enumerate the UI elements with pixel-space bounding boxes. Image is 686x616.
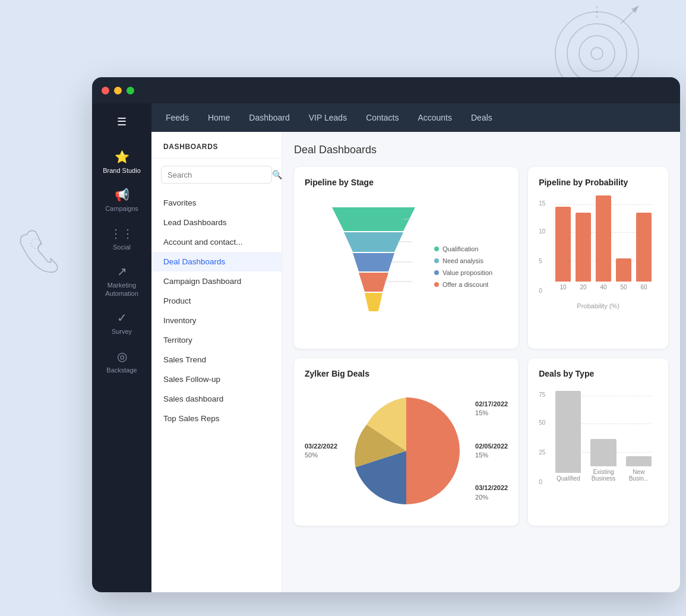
legend-dot-offer-discount — [434, 282, 439, 287]
search-box[interactable]: 🔍 — [161, 166, 272, 184]
app-layout: ☰ ⭐ Brand Studio 📢 Campaigns ⋮⋮ Social ↗… — [92, 103, 680, 592]
legend-value-proposition: Value proposition — [434, 269, 492, 276]
probability-axis-label: Probability (%) — [539, 302, 657, 309]
menu-account-contact[interactable]: Account and contact... — [151, 232, 282, 252]
nav-dashboard[interactable]: Dashboard — [249, 110, 290, 125]
menu-inventory[interactable]: Inventory — [151, 311, 282, 330]
panel-header: DASHBOARDS — [151, 132, 282, 159]
pie-label-02-17: 02/17/2022 15% — [475, 400, 508, 418]
nav-deals[interactable]: Deals — [471, 110, 492, 125]
bar-col-60: 60 — [636, 213, 652, 290]
gray-bar-col-existing: ExistingBusiness — [590, 439, 616, 482]
pie-labels-left: 03/22/2022 50% — [305, 442, 337, 460]
phone-decoration — [18, 226, 65, 273]
sidebar-item-brand-studio[interactable]: ⭐ Brand Studio — [97, 145, 147, 181]
sidebar-item-campaigns[interactable]: 📢 Campaigns — [97, 183, 147, 219]
menu-sales-followup[interactable]: Sales Follow-up — [151, 369, 282, 389]
bar-col-40: 40 — [596, 195, 611, 290]
sidebar-label-campaigns: Campaigns — [105, 204, 138, 213]
pie-pct-03-12: 20% — [475, 493, 508, 502]
search-icon: 🔍 — [272, 170, 282, 179]
pie-svg — [347, 391, 466, 510]
pie-container: 03/22/2022 50% — [305, 387, 508, 515]
bar-60 — [636, 213, 652, 282]
left-panel: DASHBOARDS 🔍 Favorites Lead Dashboards A… — [151, 132, 282, 592]
search-input[interactable] — [167, 170, 267, 179]
y-label-25: 25 — [539, 449, 545, 456]
brand-studio-icon: ⭐ — [115, 151, 129, 163]
y-label-15: 15 — [539, 200, 545, 207]
content-area: DASHBOARDS 🔍 Favorites Lead Dashboards A… — [151, 132, 680, 592]
app-window: ☰ ⭐ Brand Studio 📢 Campaigns ⋮⋮ Social ↗… — [92, 77, 680, 592]
maximize-button[interactable] — [127, 87, 134, 94]
legend-dot-value-proposition — [434, 270, 439, 275]
chart-pipeline-probability: Pipeline by Probability 15 10 5 0 — [528, 167, 668, 349]
menu-top-sales-reps[interactable]: Top Sales Reps — [151, 409, 282, 428]
gray-bar-existing — [590, 439, 616, 466]
gray-bar-chart-bars: Qualified ExistingBusiness NewBusin... — [555, 396, 652, 482]
bar-label-60: 60 — [640, 284, 647, 290]
pie-label-03-12: 03/12/2022 20% — [475, 484, 508, 502]
chart-pipeline-stage: Pipeline by Stage — [294, 167, 519, 349]
menu-product[interactable]: Product — [151, 291, 282, 311]
svg-marker-11 — [359, 273, 388, 292]
sidebar: ☰ ⭐ Brand Studio 📢 Campaigns ⋮⋮ Social ↗… — [92, 103, 151, 592]
svg-marker-10 — [353, 253, 394, 271]
sidebar-item-backstage[interactable]: ◎ Backstage — [97, 345, 147, 380]
menu-lead-dashboards[interactable]: Lead Dashboards — [151, 213, 282, 232]
sidebar-label-survey: Survey — [112, 327, 132, 336]
y-label-50: 50 — [539, 419, 545, 426]
pie-date-02-17: 02/17/2022 — [475, 400, 508, 409]
pie-label-03-22: 03/22/2022 50% — [305, 442, 337, 460]
bar-chart-bars: 10 20 40 — [555, 204, 652, 290]
y-label-75: 75 — [539, 391, 545, 398]
menu-sales-trend[interactable]: Sales Trend — [151, 350, 282, 369]
legend-qualification: Qualification — [434, 245, 492, 252]
close-button[interactable] — [102, 87, 109, 94]
nav-accounts[interactable]: Accounts — [418, 110, 452, 125]
main-title: Deal Dashboards — [294, 144, 668, 156]
chart-title-pipeline-probability: Pipeline by Probability — [539, 178, 657, 187]
legend-label-value-proposition: Value proposition — [442, 269, 492, 276]
nav-home[interactable]: Home — [208, 110, 230, 125]
menu-campaign-dashboard[interactable]: Campaign Dashboard — [151, 271, 282, 291]
pie-date-02-05: 02/05/2022 — [475, 442, 508, 451]
bar-col-10: 10 — [555, 207, 571, 290]
backstage-icon: ◎ — [117, 350, 127, 362]
sidebar-label-marketing-automation: MarketingAutomation — [105, 281, 138, 298]
gray-bar-new — [626, 456, 652, 466]
menu-favorites[interactable]: Favorites — [151, 193, 282, 213]
sidebar-menu-icon[interactable]: ☰ — [112, 110, 131, 133]
bar-20 — [576, 213, 591, 282]
top-nav: Feeds Home Dashboard VIP Leads Contacts … — [151, 103, 680, 132]
nav-feeds[interactable]: Feeds — [166, 110, 189, 125]
nav-contacts[interactable]: Contacts — [366, 110, 399, 125]
chart-zylker-big-deals: Zylker Big Deals 03/22/2022 50% — [294, 358, 519, 526]
bar-col-50: 50 — [616, 258, 631, 290]
dashboard-grid: Pipeline by Stage — [294, 167, 668, 526]
funnel-legend: Qualification Need analysis Value propos… — [434, 245, 492, 288]
gray-bar-label-qualified: Qualified — [557, 475, 580, 482]
gray-bar-col-new: NewBusin... — [626, 456, 652, 482]
menu-deal-dashboards[interactable]: Deal Dashboards — [151, 252, 282, 271]
bar-50 — [616, 258, 631, 282]
sidebar-item-marketing-automation[interactable]: ↗ MarketingAutomation — [97, 260, 147, 304]
bar-label-10: 10 — [560, 284, 567, 290]
legend-label-offer-discount: Offer a discount — [442, 281, 488, 288]
gray-bar-col-qualified: Qualified — [555, 391, 581, 482]
menu-territory[interactable]: Territory — [151, 330, 282, 350]
svg-point-7 — [31, 239, 40, 248]
sidebar-item-survey[interactable]: ✓ Survey — [97, 306, 147, 342]
pie-date-03-12: 03/12/2022 — [475, 484, 508, 492]
svg-point-1 — [567, 24, 627, 83]
legend-need-analysis: Need analysis — [434, 257, 492, 264]
sidebar-item-social[interactable]: ⋮⋮ Social — [97, 222, 147, 257]
nav-vip-leads[interactable]: VIP Leads — [309, 110, 347, 125]
pie-date-03-22: 03/22/2022 — [305, 442, 337, 451]
menu-sales-dashboard[interactable]: Sales dashboard — [151, 389, 282, 409]
campaigns-icon: 📢 — [115, 189, 129, 201]
pie-pct-03-22: 50% — [305, 451, 337, 460]
minimize-button[interactable] — [114, 87, 122, 94]
main-content: Deal Dashboards Pipeline by Stage — [282, 132, 680, 592]
gray-bar-qualified — [555, 391, 581, 473]
